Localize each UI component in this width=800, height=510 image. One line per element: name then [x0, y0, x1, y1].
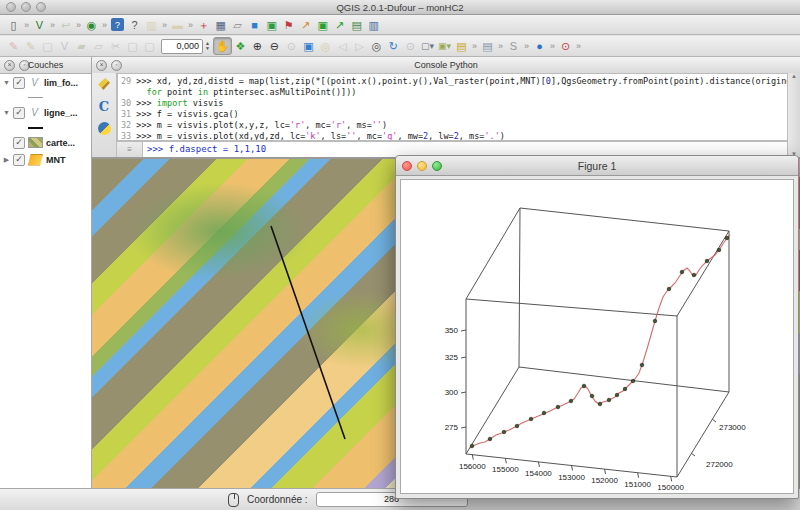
- layer-item[interactable]: ▶✓MNT: [0, 151, 91, 168]
- data-point-marker: [640, 363, 644, 367]
- clear-console-button[interactable]: [96, 76, 112, 92]
- node-tool-button[interactable]: ▱: [90, 38, 107, 54]
- extent-button[interactable]: ■: [246, 17, 263, 33]
- layer-stack-button[interactable]: ▣: [263, 17, 280, 33]
- zoom-out-button[interactable]: ⊖: [266, 38, 283, 54]
- pan-to-selection-button[interactable]: ❖: [232, 38, 249, 54]
- copy-button[interactable]: ▢: [124, 38, 141, 54]
- layer-visibility-checkbox[interactable]: ✓: [13, 77, 25, 89]
- layer-label[interactable]: ligne_...: [44, 108, 78, 118]
- console-code-line: 32 >>> m = visvis.plot(x,y,z, lc='r', mc…: [121, 120, 784, 131]
- paste-button[interactable]: ▢: [141, 38, 158, 54]
- allow-edit-button[interactable]: ✎: [5, 38, 22, 54]
- layer-label[interactable]: MNT: [46, 155, 66, 165]
- run-script-button[interactable]: [96, 120, 112, 136]
- import-class-button[interactable]: C: [96, 98, 112, 114]
- data-point-marker: [502, 430, 506, 434]
- layer-item[interactable]: ✓carte...: [0, 134, 91, 151]
- expander-icon[interactable]: ▼: [2, 109, 11, 116]
- zoom-full-button[interactable]: ▣: [300, 38, 317, 54]
- curve-tool-button[interactable]: S: [505, 38, 522, 54]
- layer-visibility-checkbox[interactable]: ✓: [13, 107, 25, 119]
- x-tick-mark: [505, 458, 506, 463]
- section-profile-line: [271, 226, 345, 439]
- help-button[interactable]: ?: [111, 18, 124, 31]
- toolbar-overflow-icon: »: [496, 41, 505, 51]
- measure-button[interactable]: ▱: [229, 17, 246, 33]
- cut-button[interactable]: ✂: [107, 38, 124, 54]
- expander-icon[interactable]: ▶: [2, 156, 11, 164]
- zoom-to-selection-button[interactable]: ◎: [317, 38, 334, 54]
- expander-icon[interactable]: ▼: [2, 79, 11, 86]
- add-feature-button[interactable]: V: [56, 38, 73, 54]
- data-point-marker: [470, 444, 474, 448]
- toolbar-overflow-icon: »: [100, 20, 109, 30]
- window-title: QGIS 2.0.1-Dufour – monHC2: [0, 2, 800, 13]
- map-navigation-button[interactable]: ◉: [83, 17, 100, 33]
- console-code-line: 31 >>> f = visvis.gca(): [121, 109, 784, 120]
- whats-this-button[interactable]: ?: [126, 17, 143, 33]
- data-point-marker: [582, 384, 586, 388]
- refresh-button[interactable]: ↻: [385, 38, 402, 54]
- python-icon: [98, 122, 111, 135]
- data-point-marker: [569, 399, 573, 403]
- console-output[interactable]: 29 >>> xd, yd,zd,distd = map(list,zip(*[…: [117, 73, 787, 141]
- layer-item[interactable]: ▼✓Vligne_...: [0, 104, 91, 121]
- add-polygon-button[interactable]: ▰: [73, 38, 90, 54]
- axes-box-edge: [466, 299, 677, 316]
- console-scrollbar[interactable]: ▲ ▼: [787, 73, 800, 157]
- figure-titlebar[interactable]: Figure 1: [396, 156, 798, 176]
- python-console-panel: × ◦ Console Python C 29 >>> xd, yd,zd,di…: [92, 57, 800, 158]
- toolbar-row-2: ✎✎▢V▰▱✂▢▢0,000▲▼✋❖⊕⊖⊙▣◎◁▷◎↻⊙▢▾▣▾▤»▤»S»●»…: [0, 36, 800, 57]
- grass-button[interactable]: ▥: [365, 17, 382, 33]
- attribute-table-button[interactable]: ▦: [212, 17, 229, 33]
- layer-label[interactable]: lim_fo...: [44, 78, 78, 88]
- pencil-button[interactable]: ✎: [22, 38, 39, 54]
- pan-map-button[interactable]: ✋: [213, 37, 232, 55]
- open-table-button[interactable]: ▤: [453, 38, 470, 54]
- new-layer-button[interactable]: ▣: [314, 17, 331, 33]
- zoom-to-layer-button[interactable]: ◎: [368, 38, 385, 54]
- raster-button[interactable]: ▤: [348, 17, 365, 33]
- axes-box-edge: [466, 367, 519, 454]
- y-tick-mark: [712, 419, 716, 422]
- raster-layer-icon: [28, 137, 43, 148]
- zoom-in-button[interactable]: ⊕: [249, 38, 266, 54]
- crosshair-button[interactable]: ＋: [195, 17, 212, 33]
- rotation-value[interactable]: 0,000: [161, 39, 203, 54]
- layer-visibility-checkbox[interactable]: ✓: [13, 137, 25, 149]
- chart-button[interactable]: ▥: [143, 17, 160, 33]
- manage-layers-button[interactable]: V: [31, 17, 48, 33]
- bookmark-button[interactable]: ▬: [169, 17, 186, 33]
- x-tick-mark: [538, 462, 539, 467]
- layer-item[interactable]: ▼✓Vlim_fo...: [0, 74, 91, 91]
- rotation-spinner[interactable]: 0,000▲▼: [161, 39, 210, 54]
- zoom-native-button[interactable]: ⊙: [283, 38, 300, 54]
- x-tick-label: 151000: [624, 480, 651, 489]
- axes-box-edge: [520, 208, 729, 231]
- annotation-button[interactable]: ⊙: [557, 38, 574, 54]
- figure-plot-area: 3503253002751560001550001540001530001520…: [400, 179, 794, 494]
- layer-label[interactable]: carte...: [46, 138, 75, 148]
- save-edits-button[interactable]: ▢: [39, 38, 56, 54]
- composer-button[interactable]: ↗: [297, 17, 314, 33]
- spinner-arrows-icon[interactable]: ▲▼: [205, 41, 210, 51]
- toolbar-overflow-icon: »: [186, 20, 195, 30]
- interpolation-button[interactable]: ●: [531, 38, 548, 54]
- layer-visibility-checkbox[interactable]: ✓: [13, 154, 25, 166]
- toolbar-row-1: ▯»V»↩»◉»??▥»▬»＋▦▱■▣⚑↗▣↗▤▥: [0, 15, 800, 35]
- data-point-marker: [705, 259, 709, 263]
- select-features-button[interactable]: ▢▾: [419, 38, 436, 54]
- export-layer-button[interactable]: ↗: [331, 17, 348, 33]
- zoom-last-button[interactable]: ◁: [334, 38, 351, 54]
- deselect-button[interactable]: ▣▾: [436, 38, 453, 54]
- flag-button[interactable]: ⚑: [280, 17, 297, 33]
- new-project-button[interactable]: ▯: [5, 17, 22, 33]
- undo-button[interactable]: ↩: [57, 17, 74, 33]
- notebook-button[interactable]: ▤: [479, 38, 496, 54]
- scroll-up-icon[interactable]: ▲: [791, 73, 797, 79]
- zoom-next-button[interactable]: ▷: [351, 38, 368, 54]
- identify-button[interactable]: ⊙: [402, 38, 419, 54]
- z-tick-label: 275: [445, 423, 459, 432]
- y-tick-label: 272000: [706, 460, 733, 469]
